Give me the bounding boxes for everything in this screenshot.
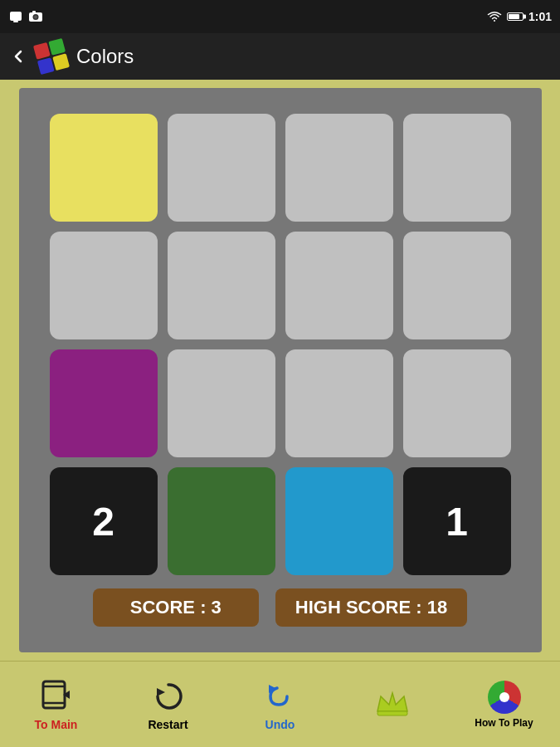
to-main-icon [38,678,75,715]
nav-label-howtoplay: How To Play [475,717,533,729]
grid-cell-6[interactable] [285,232,393,339]
svg-rect-5 [32,11,36,13]
back-icon[interactable] [10,48,27,65]
notification-icon [8,9,23,24]
nav-label-restart: Restart [148,718,187,731]
grid-cell-7[interactable] [403,232,511,339]
grid-cell-13[interactable] [168,467,275,575]
status-left-icons [8,9,43,24]
svg-marker-12 [377,693,407,711]
grid-cell-15[interactable]: 1 [403,467,511,575]
svg-marker-10 [157,688,165,696]
grid-cell-4[interactable] [50,232,158,339]
score-box: SCORE : 3 [93,588,259,627]
grid-cell-0[interactable] [50,114,158,222]
how-to-play-icon [488,681,521,714]
grid-cell-2[interactable] [285,114,393,222]
wifi-icon [487,11,502,22]
grid-cell-10[interactable] [285,349,393,457]
crown-icon [374,685,411,721]
main-content: 21 SCORE : 3 HIGH SCORE : 18 [0,80,560,661]
status-right-icons: 1:01 [487,10,552,23]
app-bar: Colors [0,33,560,80]
grid-cell-3[interactable] [403,114,511,222]
nav-item-main[interactable]: To Main [15,678,98,731]
game-board: 21 SCORE : 3 HIGH SCORE : 18 [19,88,542,652]
battery-icon [507,12,523,21]
nav-item-undo[interactable]: Undo [239,678,322,731]
grid-cell-11[interactable] [403,349,511,457]
grid-cell-14[interactable] [285,467,393,575]
svg-rect-13 [377,711,407,715]
grid-cell-12[interactable]: 2 [50,467,158,575]
grid-cell-5[interactable] [168,232,275,339]
nav-label-undo: Undo [265,718,295,731]
svg-rect-1 [13,21,18,22]
score-area: SCORE : 3 HIGH SCORE : 18 [36,588,525,627]
svg-rect-0 [10,12,22,21]
app-logo-icon [33,38,70,75]
camera-icon [28,9,43,24]
grid-area: 21 [50,114,511,575]
status-bar: 1:01 [0,0,560,33]
bottom-nav: To Main Restart Undo How To Play [0,661,560,747]
nav-item-leaderboard[interactable] [351,685,434,725]
status-time: 1:01 [528,10,552,23]
app-title: Colors [76,45,134,68]
grid-cell-9[interactable] [168,349,275,457]
restart-icon [150,678,187,715]
grid-cell-1[interactable] [168,114,275,222]
high-score-box: HIGH SCORE : 18 [275,588,467,627]
nav-item-howtoplay[interactable]: How To Play [463,681,546,729]
nav-label-main: To Main [35,718,78,731]
grid-cell-8[interactable] [50,349,158,457]
svg-point-4 [34,16,37,19]
undo-icon [262,678,299,715]
nav-item-restart[interactable]: Restart [127,678,210,731]
